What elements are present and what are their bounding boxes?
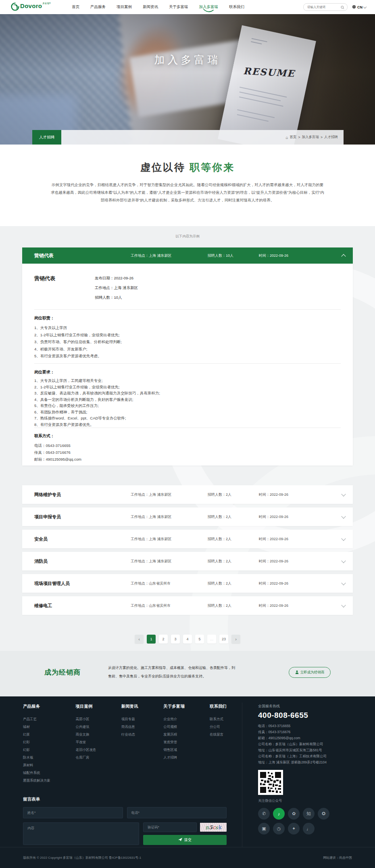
chevron-up-icon[interactable] [341,254,346,258]
home-icon: ⌂ [286,135,288,140]
chevron-down-icon[interactable] [341,581,346,585]
footer-link[interactable]: 公司规模 [163,723,185,731]
breadcrumb-home[interactable]: 首页 [290,135,297,140]
page-3[interactable]: 3 [171,635,180,644]
footer-col-products: 产品服务 产品工艺 辅材 幻景 幻彩 幻影 防水板 原材料 辅配件系统 屋面系统… [23,704,50,784]
footer-link[interactable]: 在线留言 [210,731,227,738]
footer-link[interactable]: 企业简介 [163,715,185,723]
nav-cases[interactable]: 项目案例 [117,3,132,11]
footer-link[interactable]: 项目专题 [121,715,138,723]
chevron-down-icon[interactable] [341,492,346,496]
footer-link[interactable]: 简讯信息 [121,723,138,731]
job-header-marketing[interactable]: 营销代表 工作地点：上海 浦东新区 招聘人数：10人 时间：2022-09-26 [22,247,353,264]
job-count: 招聘人数：2人 [208,559,259,564]
site-builder[interactable]: 网站建设：尚品中国 [323,855,352,860]
hotline-number: 400-808-6655 [258,711,357,720]
top-header: Dovoro 多富瑞® 首页 产品服务 项目案例 新闻资讯 关于多富瑞 加入多富… [0,0,375,14]
zhihu-icon[interactable]: 知 [303,808,315,820]
footer-link[interactable]: 防水板 [23,754,50,761]
nav-news[interactable]: 新闻资讯 [143,3,158,11]
qr-caption: 关注微信公众号 [258,799,357,803]
wechat-icon[interactable]: ✆ [258,808,270,820]
footer-link[interactable]: 平改坡 [75,738,96,746]
footer-link[interactable]: 仓库厂房 [75,754,96,761]
logo[interactable]: Dovoro 多富瑞® [11,2,51,13]
company-address-1: 地址：山东省滨州市滨城区东海三路581号 [258,747,357,753]
chevron-down-icon[interactable] [341,536,346,541]
chevron-down-icon[interactable] [341,514,346,518]
job-row-fire[interactable]: 消防员 工作地点：上海 浦东新区 招聘人数：2人 时间：2022-09-26 [22,552,353,570]
bell-icon[interactable]: ♩ [303,823,315,834]
footer-link[interactable]: 发展历程 [163,731,185,738]
job-row-declare[interactable]: 项目申报专员 工作地点：上海 浦东新区 招聘人数：2人 时间：2022-09-2… [22,507,353,526]
footer-link[interactable]: 资质荣誉 [163,738,185,746]
footer-link[interactable]: 幻影 [23,746,50,754]
footer-link[interactable]: 屋面系统解决方案 [23,777,50,784]
footer-link[interactable]: 高层小区 [75,715,96,723]
phone-field[interactable] [127,807,227,818]
page-1[interactable]: 1 [147,635,156,644]
captcha-field[interactable] [143,822,197,832]
breadcrumb-sep: > [298,135,300,139]
submit-button[interactable]: 提交 [143,835,227,845]
bilibili-icon[interactable]: ▣ [258,823,270,834]
copyright-bar: 版权所有 © 2022 Copyright 多富瑞（山东）新材料有限公司 鲁IC… [0,847,375,868]
footer-link[interactable]: 联系方式 [210,715,227,723]
next-page-button[interactable]: › [231,635,240,644]
duty-item: 5、有行业资源及客户资源者优先考虑。 [34,352,341,360]
nav-home[interactable]: 首页 [72,3,79,11]
footer-link[interactable]: 原材料 [23,761,50,769]
job-row-network[interactable]: 网络维护专员 工作地点：上海 浦东新区 招聘人数：2人 时间：2022-09-2… [22,485,353,504]
job-count: 招聘人数：10人 [208,253,259,258]
content-field[interactable] [23,822,139,845]
page-5[interactable]: 5 [195,635,204,644]
prev-page-button[interactable]: ‹ [135,635,144,644]
footer-link[interactable]: 幻彩 [23,738,50,746]
weibo-icon[interactable]: ✪ [318,808,329,820]
search-input[interactable] [306,5,341,9]
footer-link[interactable]: 辅配件系统 [23,769,50,777]
job-row-site-manager[interactable]: 现场项目管理人员 工作地点：山东省滨州市 招聘人数：2人 时间：2022-09-… [22,574,353,593]
captcha-image[interactable]: n 5 c s k [200,823,227,832]
footer-link[interactable]: 公共建筑 [75,723,96,731]
chevron-down-icon[interactable] [341,603,346,607]
tab-recruitment[interactable]: 人才招聘 [32,130,61,145]
become-dealer-button[interactable]: 立即成为经销商 [289,667,331,678]
job-title: 消防员 [22,558,131,564]
footer-link[interactable]: 销售区域 [163,746,185,754]
name-field[interactable] [23,807,123,818]
search-box [303,3,348,11]
footer-link[interactable]: 人才招聘 [163,754,185,761]
page-23[interactable]: 23 [219,635,228,644]
nav-about[interactable]: 关于多富瑞 [169,3,188,11]
clock-icon[interactable]: ◷ [273,823,285,834]
footer-link[interactable]: 老旧小区改造 [75,746,96,754]
contact-phone: 电话：0543-3716655 [258,723,357,729]
footer-link[interactable]: 幻景 [23,731,50,738]
nav-contact[interactable]: 联系我们 [229,3,244,11]
footer-col-title: 联系我们 [210,704,227,709]
search-icon[interactable] [341,4,344,11]
pagination: ‹ 1 2 3 4 5 … 23 › [0,635,375,644]
footer-link[interactable]: 分公司 [210,723,227,731]
douyin-icon[interactable]: ♪ [273,808,285,820]
nav-join[interactable]: 加入多富瑞 [199,3,218,11]
page-2[interactable]: 2 [159,635,168,644]
xiaohongshu-icon[interactable]: ✿ [288,808,300,820]
breadcrumb-join[interactable]: 加入多富瑞 [302,135,319,140]
work-location: 工作地点：上海 浦东新区 [95,283,138,293]
job-count: 招聘人数：2人 [208,492,259,497]
nav-products[interactable]: 产品服务 [90,3,106,11]
footer-link[interactable]: 行业动态 [121,731,138,738]
footer-link[interactable]: 产品工艺 [23,715,50,723]
kuaishou-icon[interactable]: ✦ [288,823,300,834]
job-row-safety[interactable]: 安全员 工作地点：上海 浦东新区 招聘人数：2人 时间：2022-09-26 [22,530,353,548]
job-time: 时间：2022-09-26 [259,514,334,520]
chevron-down-icon[interactable] [341,558,346,563]
footer-link[interactable]: 商业文旅 [75,731,96,738]
footer-link[interactable]: 辅材 [23,723,50,731]
language-selector[interactable]: CN [352,5,366,10]
job-time: 时间：2022-09-26 [259,253,334,258]
job-row-electrician[interactable]: 维修电工 工作地点：山东省滨州市 招聘人数：2人 时间：2022-09-26 [22,596,353,615]
page-4[interactable]: 4 [183,635,192,644]
